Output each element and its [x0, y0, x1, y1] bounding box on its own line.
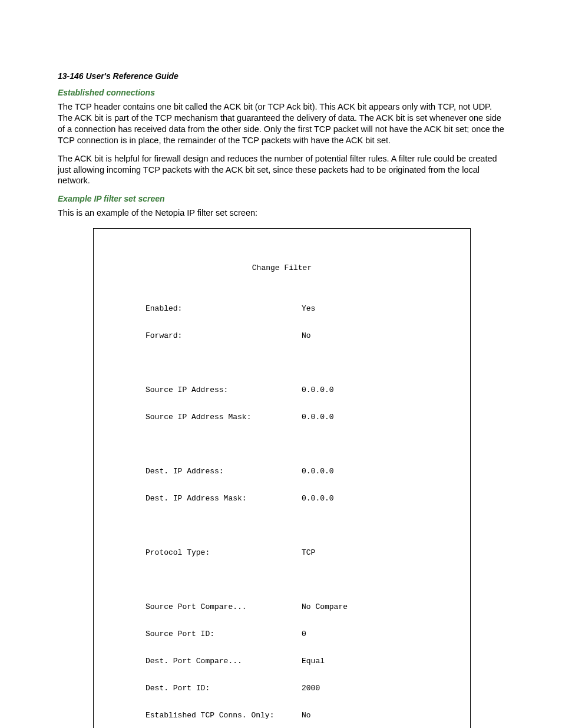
terminal-label: Source IP Address Mask: — [104, 413, 260, 421]
terminal-row: Dest. IP Address:0.0.0.0 — [104, 467, 459, 476]
terminal-value: Yes — [260, 304, 459, 313]
terminal-row: Forward:No — [104, 331, 459, 340]
terminal-value: 0.0.0.0 — [260, 386, 459, 394]
terminal-value: TCP — [260, 548, 459, 557]
terminal-row: Source Port ID:0 — [104, 630, 459, 638]
terminal-value: 0.0.0.0 — [260, 494, 459, 503]
terminal-row: Source IP Address Mask:0.0.0.0 — [104, 413, 459, 421]
paragraph: This is an example of the Netopia IP fil… — [58, 207, 506, 219]
terminal-box: Change Filter Enabled:Yes Forward:No Sou… — [93, 228, 471, 728]
terminal-value: No — [260, 331, 459, 340]
terminal-row: Enabled:Yes — [104, 304, 459, 313]
terminal-value: 0.0.0.0 — [260, 413, 459, 421]
terminal-label: Source Port Compare... — [104, 602, 260, 611]
terminal-value: No Compare — [260, 602, 459, 611]
terminal-label: Forward: — [104, 331, 260, 340]
terminal-label: Dest. Port ID: — [104, 684, 260, 693]
terminal-label: Source Port ID: — [104, 630, 260, 638]
terminal-row: Established TCP Conns. Only:No — [104, 711, 459, 720]
subhead-established: Established connections — [58, 87, 506, 98]
terminal-label: Dest. IP Address: — [104, 467, 260, 476]
terminal-title: Change Filter — [104, 263, 459, 272]
terminal-row: Dest. Port ID:2000 — [104, 684, 459, 693]
terminal-label: Dest. IP Address Mask: — [104, 494, 260, 503]
terminal-row: Protocol Type:TCP — [104, 548, 459, 557]
subhead-example: Example IP filter set screen — [58, 193, 506, 204]
terminal-row: Dest. Port Compare...Equal — [104, 657, 459, 666]
terminal-value: No — [260, 711, 459, 720]
terminal-label: Source IP Address: — [104, 386, 260, 394]
terminal-label: Established TCP Conns. Only: — [104, 711, 260, 720]
terminal-row: Source IP Address:0.0.0.0 — [104, 386, 459, 394]
terminal-row: Source Port Compare...No Compare — [104, 602, 459, 611]
paragraph: The TCP header contains one bit called t… — [58, 101, 506, 146]
terminal-value: 2000 — [260, 684, 459, 693]
terminal-row: Dest. IP Address Mask:0.0.0.0 — [104, 494, 459, 503]
paragraph: The ACK bit is helpful for firewall desi… — [58, 153, 506, 187]
document-page: 13-146 User's Reference Guide Establishe… — [0, 0, 562, 728]
page-header: 13-146 User's Reference Guide — [58, 71, 506, 81]
terminal-value: 0.0.0.0 — [260, 467, 459, 476]
terminal-value: Equal — [260, 657, 459, 666]
terminal-value: 0 — [260, 630, 459, 638]
terminal-label: Dest. Port Compare... — [104, 657, 260, 666]
terminal-label: Enabled: — [104, 304, 260, 313]
terminal-label: Protocol Type: — [104, 548, 260, 557]
